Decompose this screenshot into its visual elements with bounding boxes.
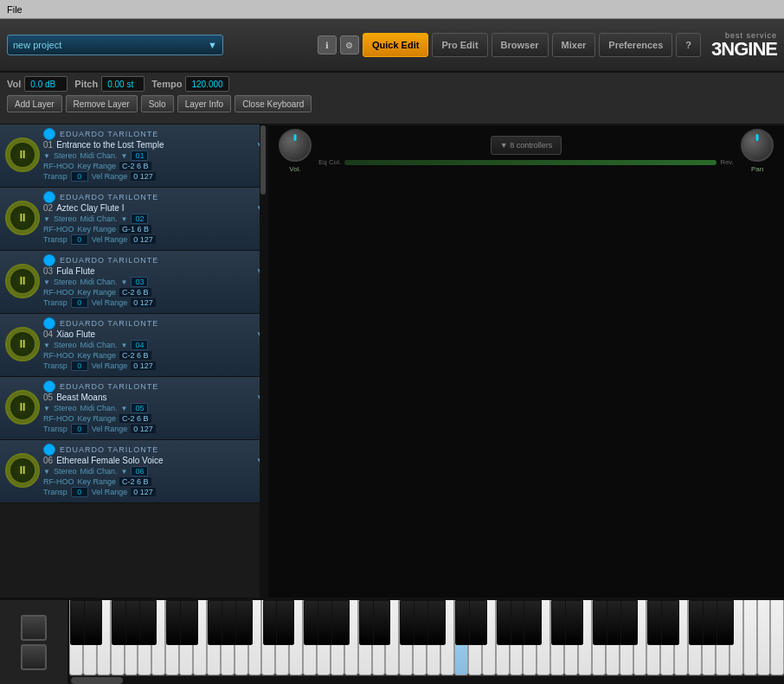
- preferences-btn[interactable]: Preferences: [599, 33, 672, 57]
- instrument-item[interactable]: II EDUARDO TARILONTE 03 Fula Flute ▼ ▼ S…: [0, 251, 267, 314]
- black-key[interactable]: [276, 600, 294, 645]
- black-key[interactable]: [139, 600, 157, 645]
- black-key[interactable]: [661, 600, 679, 645]
- browser-btn[interactable]: Browser: [492, 33, 549, 57]
- scrollbar-thumb[interactable]: [260, 125, 266, 195]
- layer-info-btn[interactable]: Layer Info: [177, 95, 231, 112]
- remove-layer-btn[interactable]: Remove Layer: [66, 95, 138, 112]
- instrument-name: Entrance to the Lost Temple: [56, 140, 253, 150]
- midi-chan-arrow-icon[interactable]: ▼: [120, 342, 127, 349]
- stereo-arrow-icon[interactable]: ▼: [43, 342, 50, 349]
- vel-range-value: 0 127: [131, 172, 156, 181]
- midi-chan-value: 06: [131, 466, 148, 476]
- midi-chan-arrow-icon[interactable]: ▼: [120, 152, 127, 160]
- instrument-header: II EDUARDO TARILONTE 03 Fula Flute ▼ ▼ S…: [5, 254, 263, 308]
- key-range-label: Key Range: [78, 162, 117, 170]
- solo-btn[interactable]: Solo: [141, 95, 174, 112]
- white-key[interactable]: [757, 600, 771, 675]
- black-key[interactable]: [524, 600, 542, 645]
- power-btn[interactable]: [43, 128, 55, 140]
- midi-chan-arrow-icon[interactable]: ▼: [120, 468, 127, 476]
- detail-row-3: Transp 0 Vel Range 0 127: [43, 487, 263, 497]
- stereo-arrow-icon[interactable]: ▼: [43, 278, 50, 286]
- instrument-item[interactable]: II EDUARDO TARILONTE 06 Ethereal Female …: [0, 440, 267, 503]
- midi-chan-arrow-icon[interactable]: ▼: [120, 278, 127, 286]
- piano-scrollbar[interactable]: [69, 675, 784, 684]
- instrument-num: 06: [43, 456, 53, 465]
- key-range-value: G-1 6 B: [119, 225, 151, 233]
- power-btn[interactable]: [43, 380, 55, 393]
- black-key[interactable]: [620, 600, 639, 645]
- instrument-item[interactable]: II EDUARDO TARILONTE 05 Beast Moans ▼ ▼ …: [0, 377, 267, 440]
- power-btn[interactable]: [43, 254, 55, 266]
- instrument-info: EDUARDO TARILONTE 06 Ethereal Female Sol…: [43, 444, 263, 497]
- project-dropdown[interactable]: new project ▼: [7, 35, 223, 55]
- detail-row-1: ▼ Stereo Midi Chan. ▼ 05: [43, 403, 263, 413]
- black-key[interactable]: [373, 600, 391, 645]
- instrument-item[interactable]: II EDUARDO TARILONTE 02 Aztec Clay Flute…: [0, 188, 267, 251]
- tempo-value[interactable]: 120.000: [185, 76, 228, 92]
- vol-knob-label: Vol.: [289, 165, 300, 173]
- rf-hoo-label: RF-HOO: [43, 414, 74, 423]
- settings-icon-btn[interactable]: ⚙: [340, 35, 359, 54]
- power-btn[interactable]: [43, 191, 55, 203]
- instrument-name: Beast Moans: [56, 393, 253, 402]
- transp-label: Transp: [43, 425, 67, 433]
- instrument-info: EDUARDO TARILONTE 03 Fula Flute ▼ ▼ Ster…: [43, 254, 263, 308]
- piano-btn-1[interactable]: [21, 615, 47, 641]
- power-btn[interactable]: [43, 317, 55, 329]
- white-key[interactable]: [743, 600, 757, 675]
- instrument-name: Fula Flute: [56, 266, 253, 276]
- close-keyboard-btn[interactable]: Close Keyboard: [235, 95, 312, 112]
- info-icon-btn[interactable]: ℹ: [318, 35, 337, 54]
- black-key[interactable]: [84, 600, 102, 645]
- key-range-label: Key Range: [78, 288, 117, 297]
- black-key[interactable]: [180, 600, 198, 645]
- stereo-arrow-icon[interactable]: ▼: [43, 152, 50, 160]
- pitch-value[interactable]: 0.00 st: [101, 76, 145, 92]
- help-btn[interactable]: ?: [676, 33, 701, 57]
- left-scrollbar[interactable]: [260, 125, 267, 598]
- black-key[interactable]: [469, 600, 487, 645]
- instrument-logo-inner: II: [10, 206, 35, 230]
- power-btn[interactable]: [43, 444, 55, 456]
- piano-btn-2[interactable]: [21, 644, 47, 670]
- controllers-btn[interactable]: ▼ 8 controllers: [491, 136, 562, 155]
- add-layer-btn[interactable]: Add Layer: [7, 95, 62, 112]
- pro-edit-btn[interactable]: Pro Edit: [432, 33, 487, 57]
- tempo-label: Tempo: [151, 79, 182, 89]
- vol-value[interactable]: 0.0 dB: [24, 76, 67, 92]
- file-menu[interactable]: File: [7, 4, 22, 15]
- midi-chan-arrow-icon[interactable]: ▼: [120, 215, 127, 223]
- vol-knob[interactable]: [279, 129, 312, 162]
- black-key[interactable]: [235, 600, 254, 645]
- stereo-arrow-icon[interactable]: ▼: [43, 405, 50, 412]
- detail-row-3: Transp 0 Vel Range 0 127: [43, 297, 263, 308]
- tempo-group: Tempo 120.000: [151, 76, 228, 92]
- stereo-arrow-icon[interactable]: ▼: [43, 215, 50, 223]
- black-key[interactable]: [331, 600, 350, 645]
- piano-scrollbar-thumb[interactable]: [71, 677, 123, 684]
- instrument-item[interactable]: II EDUARDO TARILONTE 01 Entrance to the …: [0, 125, 267, 188]
- quick-edit-btn[interactable]: Quick Edit: [363, 33, 428, 57]
- instrument-brand: EDUARDO TARILONTE: [60, 319, 158, 328]
- midi-chan-label: Midi Chan.: [80, 214, 117, 223]
- black-key[interactable]: [717, 600, 735, 645]
- instrument-header: II EDUARDO TARILONTE 04 Xiao Flute ▼ ▼ S…: [5, 317, 263, 371]
- eq-bar[interactable]: [344, 160, 717, 165]
- white-key[interactable]: [770, 600, 784, 675]
- midi-chan-arrow-icon[interactable]: ▼: [120, 405, 127, 412]
- midi-chan-value: 05: [131, 403, 148, 413]
- stereo-arrow-icon[interactable]: ▼: [43, 468, 50, 476]
- pan-knob[interactable]: [741, 129, 774, 162]
- mixer-btn[interactable]: Mixer: [552, 33, 596, 57]
- rf-hoo-label: RF-HOO: [43, 225, 74, 233]
- key-range-value: C-2 6 B: [119, 477, 151, 486]
- black-key[interactable]: [565, 600, 583, 645]
- stereo-label: Stereo: [54, 151, 77, 160]
- detail-row-3: Transp 0 Vel Range 0 127: [43, 171, 263, 182]
- piano-keys[interactable]: [69, 600, 784, 675]
- black-key[interactable]: [427, 600, 446, 645]
- instrument-name-row: 06 Ethereal Female Solo Voice ▼: [43, 456, 263, 465]
- instrument-item[interactable]: II EDUARDO TARILONTE 04 Xiao Flute ▼ ▼ S…: [0, 314, 267, 377]
